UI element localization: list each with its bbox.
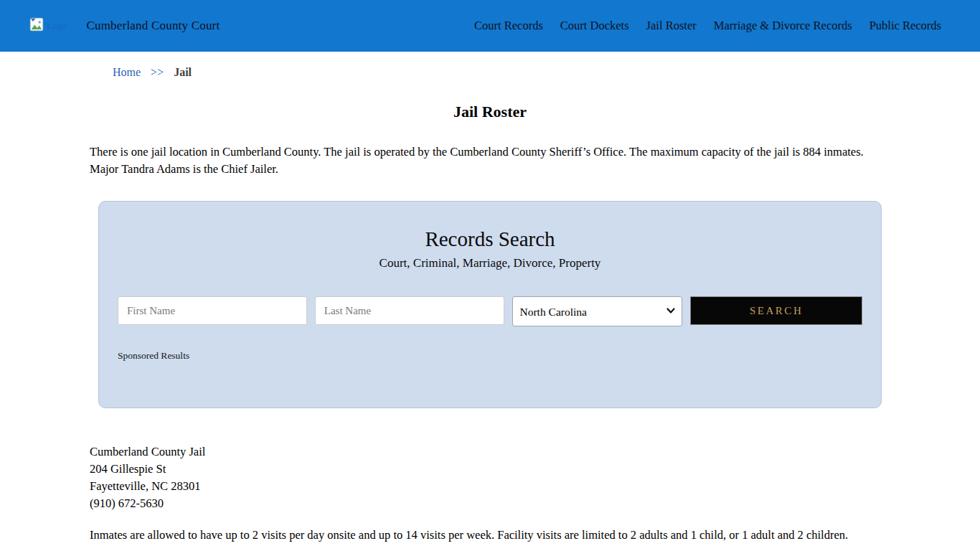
sponsored-results-label: Sponsored Results: [118, 350, 881, 362]
main-nav: Court Records Court Dockets Jail Roster …: [474, 19, 941, 33]
records-search-title: Records Search: [99, 202, 881, 251]
state-select[interactable]: North Carolina: [512, 296, 683, 326]
search-form-row: North Carolina SEARCH: [99, 296, 881, 326]
jail-address-block: Cumberland County Jail 204 Gillespie St …: [90, 443, 888, 512]
breadcrumb-home-link[interactable]: Home: [113, 66, 141, 78]
nav-jail-roster[interactable]: Jail Roster: [646, 19, 697, 32]
nav-public-records[interactable]: Public Records: [870, 19, 941, 32]
site-header: Logo Cumberland County Court Court Recor…: [0, 0, 980, 52]
intro-paragraph: There is one jail location in Cumberland…: [90, 143, 888, 178]
jail-street: 204 Gillespie St: [90, 461, 888, 478]
records-search-panel: Records Search Court, Criminal, Marriage…: [98, 201, 882, 408]
jail-phone: (910) 672-5630: [90, 495, 888, 512]
broken-image-icon: [29, 17, 44, 35]
first-name-input[interactable]: [118, 296, 307, 325]
page-title: Jail Roster: [0, 103, 980, 121]
logo-alt-text: Logo: [47, 20, 66, 32]
state-select-wrap: North Carolina: [512, 296, 683, 326]
nav-marriage-divorce-records[interactable]: Marriage & Divorce Records: [714, 19, 852, 32]
visits-paragraph: Inmates are allowed to have up to 2 visi…: [90, 527, 888, 544]
breadcrumb: Home >> Jail: [0, 52, 980, 79]
nav-court-records[interactable]: Court Records: [474, 19, 543, 32]
jail-name: Cumberland County Jail: [90, 443, 888, 461]
breadcrumb-current: Jail: [174, 66, 192, 78]
site-title: Cumberland County Court: [86, 19, 220, 33]
records-search-subtitle: Court, Criminal, Marriage, Divorce, Prop…: [99, 256, 881, 270]
jail-city-state-zip: Fayetteville, NC 28301: [90, 478, 888, 495]
breadcrumb-separator: >>: [151, 66, 164, 78]
nav-court-dockets[interactable]: Court Dockets: [560, 19, 629, 32]
site-logo[interactable]: Logo: [29, 17, 66, 35]
last-name-input[interactable]: [315, 296, 504, 325]
search-button[interactable]: SEARCH: [690, 296, 862, 325]
